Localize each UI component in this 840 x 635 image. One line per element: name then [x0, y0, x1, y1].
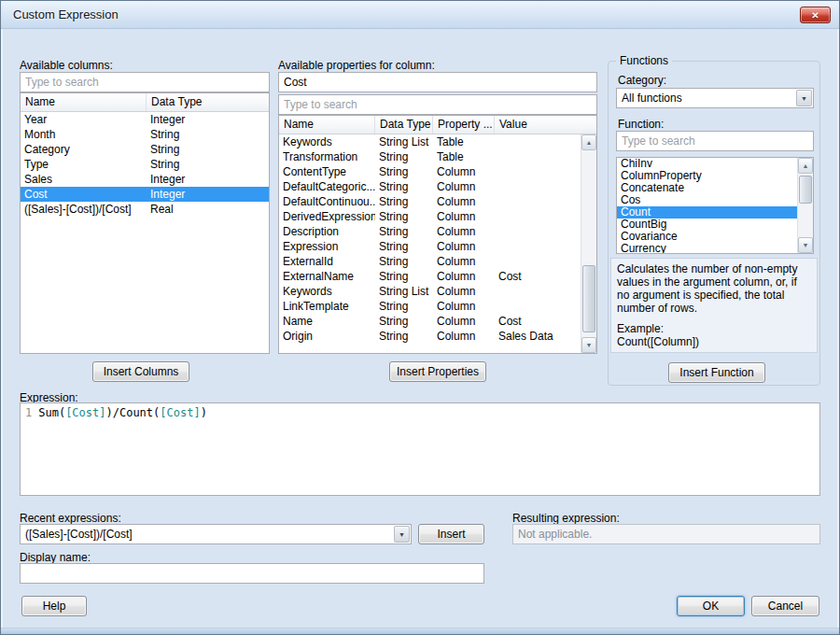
- table-cell: Sales Data: [495, 329, 581, 344]
- property-row[interactable]: KeywordsString ListColumn: [279, 284, 581, 299]
- category-value: All functions: [622, 89, 794, 107]
- table-cell: Integer: [147, 112, 269, 127]
- function-search-input[interactable]: [616, 131, 814, 151]
- column-row[interactable]: TypeString: [21, 157, 269, 172]
- property-row[interactable]: DefaultContinuou...StringColumn: [279, 194, 581, 209]
- table-cell: String: [375, 329, 433, 344]
- table-cell: ContentType: [279, 164, 375, 179]
- table-cell: Integer: [147, 187, 269, 202]
- column-row[interactable]: MonthString: [21, 127, 269, 142]
- table-cell: Cost: [495, 314, 581, 329]
- table-cell: [495, 299, 581, 314]
- properties-scrollbar[interactable]: ▲ ▼: [581, 134, 596, 353]
- column-row[interactable]: YearInteger: [21, 112, 269, 127]
- column-row[interactable]: CostInteger: [21, 187, 269, 202]
- column-row[interactable]: CategoryString: [21, 142, 269, 157]
- cancel-button[interactable]: Cancel: [751, 596, 819, 616]
- resulting-expression-label: Resulting expression:: [512, 512, 620, 525]
- column-row[interactable]: SalesInteger: [21, 172, 269, 187]
- table-cell: String: [375, 239, 433, 254]
- property-row[interactable]: NameStringColumnCost: [279, 314, 581, 329]
- scrollbar-thumb[interactable]: [582, 265, 595, 332]
- property-row[interactable]: OriginStringColumnSales Data: [279, 329, 581, 344]
- property-row[interactable]: DescriptionStringColumn: [279, 224, 581, 239]
- titlebar[interactable]: Custom Expression ✕: [1, 1, 839, 29]
- property-row[interactable]: DerivedExpressionStringColumn: [279, 209, 581, 224]
- table-cell: Type: [21, 157, 147, 172]
- function-list-scrollbar[interactable]: ▲ ▼: [797, 158, 813, 253]
- scroll-down-icon[interactable]: ▼: [581, 337, 596, 353]
- table-cell: Column: [433, 329, 495, 344]
- ok-button[interactable]: OK: [677, 596, 745, 616]
- properties-table-body: KeywordsString ListTableTransformationSt…: [279, 134, 596, 344]
- scroll-up-icon[interactable]: ▲: [798, 158, 813, 174]
- property-row[interactable]: ContentTypeStringColumn: [279, 164, 581, 179]
- table-cell: Column: [433, 314, 495, 329]
- table-cell: String: [375, 194, 433, 209]
- table-cell: Table: [433, 134, 495, 149]
- table-cell: [495, 254, 581, 269]
- recent-expressions-dropdown[interactable]: ([Sales]-[Cost])/[Cost] ▼: [20, 524, 412, 544]
- table-cell: [495, 179, 581, 194]
- table-cell: Transformation: [279, 149, 375, 164]
- column-row[interactable]: ([Sales]-[Cost])/[Cost]Real: [21, 202, 269, 217]
- function-description: Calculates the number of non-empty value…: [617, 262, 811, 315]
- table-cell: String: [147, 142, 269, 157]
- columns-header-name[interactable]: Name: [21, 93, 147, 111]
- help-button[interactable]: Help: [21, 596, 87, 616]
- display-name-input[interactable]: [20, 563, 484, 584]
- table-cell: [495, 239, 581, 254]
- insert-properties-button[interactable]: Insert Properties: [389, 361, 486, 382]
- property-row[interactable]: ExpressionStringColumn: [279, 239, 581, 254]
- table-cell: DefaultCategoric...: [279, 179, 375, 194]
- function-item[interactable]: Currency: [617, 243, 797, 254]
- table-cell: DefaultContinuou...: [279, 194, 375, 209]
- property-row[interactable]: LinkTemplateStringColumn: [279, 299, 581, 314]
- property-column-name-field: Cost: [278, 72, 597, 92]
- properties-header-name[interactable]: Name: [279, 116, 375, 134]
- insert-recent-button[interactable]: Insert: [418, 524, 484, 544]
- table-cell: String List: [375, 284, 433, 299]
- functions-group-label: Functions: [616, 54, 672, 67]
- scroll-down-icon[interactable]: ▼: [798, 237, 813, 253]
- table-cell: DerivedExpression: [279, 209, 375, 224]
- property-row[interactable]: ExternalNameStringColumnCost: [279, 269, 581, 284]
- properties-header-value[interactable]: Value: [495, 116, 596, 134]
- property-row[interactable]: TransformationStringTable: [279, 149, 581, 164]
- table-cell: Sales: [21, 172, 147, 187]
- columns-table: Name Data Type YearIntegerMonthStringCat…: [20, 92, 270, 354]
- properties-header-datatype[interactable]: Data Type: [375, 116, 433, 134]
- function-item[interactable]: Concatenate: [617, 182, 797, 194]
- property-row[interactable]: KeywordsString ListTable: [279, 134, 581, 149]
- properties-search-input[interactable]: [278, 94, 597, 115]
- insert-columns-button[interactable]: Insert Columns: [92, 361, 189, 382]
- insert-function-button[interactable]: Insert Function: [668, 362, 765, 383]
- scroll-up-icon[interactable]: ▲: [581, 134, 596, 150]
- table-cell: ExternalName: [279, 269, 375, 284]
- table-cell: [495, 284, 581, 299]
- columns-table-body: YearIntegerMonthStringCategoryStringType…: [21, 112, 269, 217]
- expression-editor[interactable]: 1Sum([Cost])/Count([Cost]): [20, 402, 820, 496]
- columns-header-datatype[interactable]: Data Type: [147, 93, 269, 111]
- scrollbar-thumb[interactable]: [799, 176, 812, 204]
- properties-header-property[interactable]: Property ...: [433, 116, 495, 134]
- function-list: ChiInvColumnPropertyConcatenateCosCountC…: [616, 157, 814, 254]
- table-cell: Table: [433, 149, 495, 164]
- example-code: Count([Column]): [617, 335, 811, 348]
- custom-expression-dialog: Custom Expression ✕ Available columns: N…: [0, 0, 840, 635]
- columns-search-input[interactable]: [20, 72, 270, 92]
- table-cell: [495, 164, 581, 179]
- table-cell: Column: [433, 179, 495, 194]
- table-cell: Keywords: [279, 134, 375, 149]
- dropdown-arrow-icon[interactable]: ▼: [796, 90, 812, 106]
- property-row[interactable]: ExternalIdStringColumn: [279, 254, 581, 269]
- close-button[interactable]: ✕: [800, 7, 831, 23]
- category-dropdown[interactable]: All functions ▼: [616, 88, 814, 108]
- property-row[interactable]: DefaultCategoric...StringColumn: [279, 179, 581, 194]
- dropdown-arrow-icon[interactable]: ▼: [394, 526, 410, 543]
- expression-code: Sum([Cost])/Count([Cost]): [38, 406, 207, 419]
- table-cell: ExternalId: [279, 254, 375, 269]
- table-cell: [495, 209, 581, 224]
- table-cell: Expression: [279, 239, 375, 254]
- recent-expressions-label: Recent expressions:: [20, 512, 121, 525]
